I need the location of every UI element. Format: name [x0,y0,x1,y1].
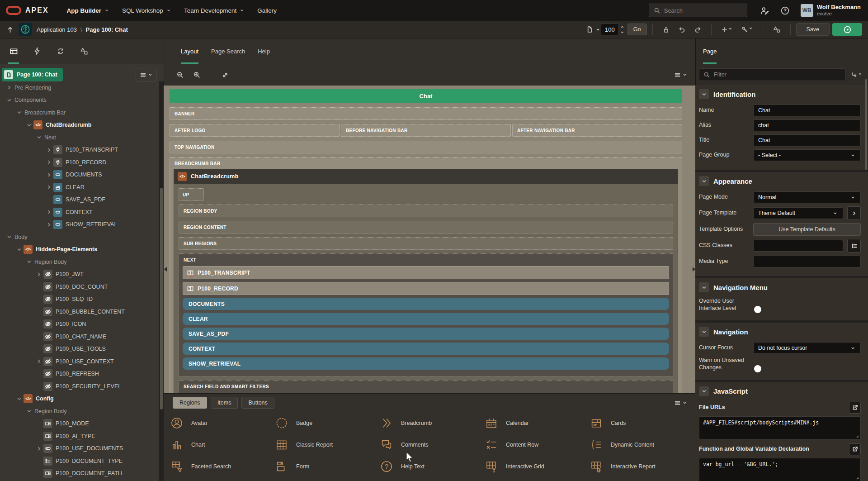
tree-item-context[interactable]: CONTEXT [0,206,158,219]
code-editor-icon[interactable] [849,443,861,455]
gallery-item-interactive-grid[interactable]: Interactive Grid [485,457,590,476]
gallery-item-cards[interactable]: Cards [590,413,694,433]
position-after-logo[interactable]: AFTER LOGO [170,124,340,137]
gallery-item-classic-report[interactable]: Classic Report [275,435,380,455]
canvas-button-show_retrieval[interactable]: SHOW_RETRIEVAL [183,357,669,370]
gallery-item-interactive-report[interactable]: Interactive Report [590,457,694,476]
layout-menu-button[interactable] [674,71,687,78]
chevron-right-icon[interactable] [35,446,42,452]
gallery-item-partial[interactable] [275,476,380,481]
chevron-right-icon[interactable] [45,209,52,215]
tree-scrollbar[interactable] [159,81,164,481]
save-button[interactable]: Save [796,23,830,36]
textarea-function-and-global-variable-declaration[interactable]: var bg_url = '&BG_URL.'; [699,458,861,481]
breadcrumb-app[interactable]: Application 103 [37,26,77,33]
tree-item-p100-seq-id[interactable]: P100_SEQ_ID [0,293,158,306]
zoom-out-icon[interactable] [176,71,184,79]
canvas-item-p100_record[interactable]: P100_RECORD [183,282,669,295]
tree-item-p100-security-level[interactable]: P100_SECURITY_LEVEL [0,380,158,393]
select-cursor-focus[interactable]: Do not focus cursor [753,342,861,354]
position-region-body[interactable]: REGION BODY [179,205,673,217]
button-template-options[interactable]: Use Template Defaults [753,223,861,236]
position-search-field[interactable]: SEARCH FIELD AND SMART FILTERS [179,380,673,393]
collapse-chevron-icon[interactable] [699,327,709,337]
menu-gallery[interactable]: Gallery [251,0,283,21]
tab-processing[interactable] [52,38,69,64]
chevron-down-icon[interactable] [25,259,33,265]
left-splitter-handle[interactable] [164,263,167,275]
go-button[interactable]: Go [627,24,647,35]
goto-group-icon[interactable] [848,71,865,78]
chevron-right-icon[interactable] [45,172,52,178]
gallery-tab-items[interactable]: Items [211,397,238,409]
chevron-down-icon[interactable] [15,247,23,252]
position-top-navigation[interactable]: TOP NAVIGATION [170,141,682,153]
region-chatbreadcrumb[interactable]: </> ChatBreadcrumb UP REGION BODYREGION … [174,169,678,393]
right-splitter-handle[interactable] [692,263,695,275]
collapse-chevron-icon[interactable] [699,386,709,396]
input-title[interactable]: Chat [753,134,861,146]
app-icon[interactable] [19,23,32,36]
tree-item-p100-record[interactable]: P100_RECORD [0,156,158,169]
chevron-down-icon[interactable] [25,408,33,414]
tree-item-p100-icon[interactable]: P100_ICON [0,318,158,331]
gallery-item-partial[interactable] [170,476,275,481]
tree-item-p100-doc-count[interactable]: P100_DOC_COUNT [0,281,158,293]
collapse-chevron-icon[interactable] [699,176,709,186]
gallery-item-avatar[interactable]: Avatar [170,413,275,433]
input-alias[interactable]: chat [753,119,861,131]
tree-item-show-retrieval[interactable]: SHOW_RETRIEVAL [0,219,158,231]
position-breadcrumb-bar[interactable]: BREADCRUMB BAR </> ChatBreadcrumb UP REG… [170,157,682,393]
position-region-content[interactable]: REGION CONTENT [179,221,673,233]
chevron-right-icon[interactable] [5,85,13,90]
up-arrow-icon[interactable] [6,26,14,33]
tree-item-region-body[interactable]: Region Body [0,405,158,418]
canvas-item-p100_transcript[interactable]: P100_TRANSCRIPT [183,266,669,279]
tab-shared-components[interactable] [76,38,92,64]
tree-item-breadcrumb-bar[interactable]: Breadcrumb Bar [0,106,158,119]
tree-item-p100-document-path[interactable]: P100_DOCUMENT_PATH [0,467,158,480]
menu-sql-workshop[interactable]: SQL Workshop [116,0,178,21]
oracle-logo-icon[interactable] [6,6,21,15]
chevron-right-icon[interactable] [35,358,42,364]
chevron-down-icon[interactable] [15,110,23,115]
utilities-menu-button[interactable] [741,26,753,33]
gallery-item-comments[interactable]: Comments [380,435,485,455]
tree-root-page[interactable]: Page 100: Chat [2,68,63,81]
tree-item-save-as-pdf[interactable]: SAVE_AS_PDF [0,194,158,206]
lock-icon[interactable] [662,26,670,33]
input-name[interactable]: Chat [753,105,861,116]
gallery-tab-buttons[interactable]: Buttons [241,397,274,409]
canvas-button-save_as_pdf[interactable]: SAVE_AS_PDF [183,328,669,340]
gallery-menu-button[interactable] [674,400,687,406]
tab-rendering[interactable] [5,38,22,64]
tree-item-p100-use-context[interactable]: P100_USE_CONTEXT [0,355,158,368]
collapse-chevron-icon[interactable] [699,282,709,292]
tree-item-p100-chat-name[interactable]: P100_CHAT_NAME [0,330,158,343]
user-avatar[interactable]: WB [801,4,813,17]
redo-icon[interactable] [694,26,702,33]
gallery-item-partial[interactable] [380,476,485,481]
property-filter-input[interactable]: Filter [699,68,845,81]
gallery-item-chart[interactable]: Chart [170,435,275,455]
chevron-down-icon[interactable] [15,396,23,402]
select-page-group[interactable]: - Select - [753,149,861,161]
select-page-mode[interactable]: Normal [753,191,861,203]
tree-item-p100-bubble-content[interactable]: P100_BUBBLE_CONTENT [0,305,158,318]
chevron-down-icon[interactable] [5,97,13,103]
tab-help[interactable]: Help [258,38,270,64]
shared-components-icon[interactable] [773,25,781,33]
zoom-in-icon[interactable] [193,71,201,79]
canvas-button-documents[interactable]: DOCUMENTS [183,298,669,310]
gallery-item-dynamic-content[interactable]: Dynamic Content [590,435,694,455]
collapse-chevron-icon[interactable] [699,89,709,99]
canvas-button-context[interactable]: CONTEXT [183,343,669,355]
gallery-item-faceted-search[interactable]: Faceted Search [170,457,275,476]
chevron-right-icon[interactable] [45,184,52,190]
select-page-template[interactable]: Theme Default [753,207,843,219]
tree-menu-button[interactable] [136,68,156,81]
tree-item-p100-use-tools[interactable]: P100_USE_TOOLS [0,343,158,356]
global-search-input[interactable]: Search [649,4,747,17]
tree-item-components[interactable]: Components [0,94,158,107]
tree-item-p100-use-documents[interactable]: P100_USE_DOCUMENTS [0,443,158,455]
